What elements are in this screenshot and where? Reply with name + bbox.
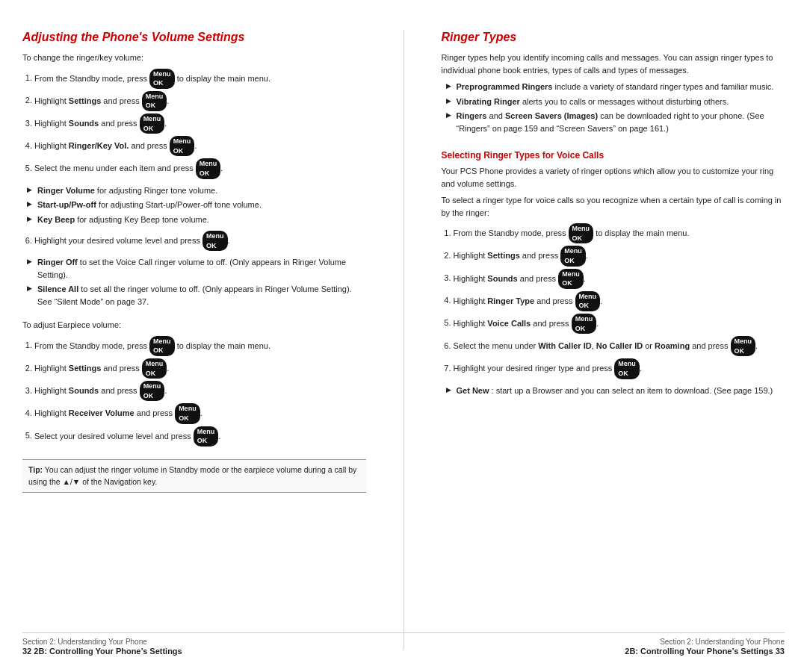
list-item: From the Standby mode, press MenuOK to d… <box>34 69 366 89</box>
footer-left-section: Section 2: Understanding Your Phone <box>22 638 182 646</box>
list-item: Ringers and Screen Savers (Images) can b… <box>446 110 785 134</box>
list-item: Highlight Settings and press MenuOK. <box>34 358 366 379</box>
column-divider <box>404 30 404 650</box>
tip-box: Tip: You can adjust the ringer volume in… <box>22 459 366 494</box>
right-bullets: Preprogrammed Ringers include a variety … <box>446 81 785 137</box>
list-item: Key Beep for adjusting Key Beep tone vol… <box>27 214 366 226</box>
menu-btn: MenuOK <box>560 246 586 266</box>
left-steps1: From the Standby mode, press MenuOK to d… <box>34 69 366 181</box>
footer-left-page: 32 2B: Controlling Your Phone’s Settings <box>22 647 182 656</box>
menu-btn: MenuOK <box>572 314 597 334</box>
right-steps: From the Standby mode, press MenuOK to d… <box>454 223 785 381</box>
list-item: Highlight your desired ringer type and p… <box>454 358 785 379</box>
left-intro: To change the ringer/key volume: <box>22 52 366 64</box>
right-column: Ringer Types Ringer types help you ident… <box>442 30 785 650</box>
sub-intro1: Your PCS Phone provides a variety of rin… <box>442 165 785 190</box>
list-item: Highlight Ringer Type and press MenuOK. <box>454 291 785 311</box>
page: Adjusting the Phone's Volume Settings To… <box>0 0 807 672</box>
footer-right-page: 2B: Controlling Your Phone’s Settings 33 <box>625 647 785 656</box>
earpiece-intro: To adjust Earpiece volume: <box>22 319 366 332</box>
list-item: Select the menu under With Caller ID, No… <box>454 336 785 356</box>
menu-btn: MenuOK <box>614 358 640 379</box>
list-item: Get New : start up a Browser and you can… <box>446 385 785 397</box>
menu-btn: MenuOK <box>202 231 228 251</box>
menu-btn: MenuOK <box>149 336 175 356</box>
list-item: From the Standby mode, press MenuOK to d… <box>34 336 366 356</box>
left-column: Adjusting the Phone's Volume Settings To… <box>22 30 366 650</box>
menu-btn: MenuOK <box>140 113 165 134</box>
list-item: Silence All to set all the ringer volume… <box>27 283 366 308</box>
list-item: Ringer Off to set the Voice Call ringer … <box>27 256 366 281</box>
list-item: Vibrating Ringer alerts you to calls or … <box>446 96 785 108</box>
menu-btn: MenuOK <box>142 91 167 111</box>
right-bullets2: Get New : start up a Browser and you can… <box>446 385 785 399</box>
list-item: Highlight Settings and press MenuOK. <box>454 246 785 266</box>
menu-btn: MenuOK <box>569 223 594 243</box>
list-item: From the Standby mode, press MenuOK to d… <box>454 223 785 243</box>
list-item: Highlight Sounds and press MenuOK. <box>34 113 366 134</box>
left-bullets1: Ringer Volume for adjusting Ringer tone … <box>27 184 366 228</box>
menu-btn: MenuOK <box>149 69 175 89</box>
menu-btn: MenuOK <box>731 336 756 356</box>
list-item: Highlight Voice Calls and press MenuOK. <box>454 314 785 334</box>
left-steps2: From the Standby mode, press MenuOK to d… <box>34 336 366 449</box>
menu-btn: MenuOK <box>170 136 195 156</box>
menu-btn: MenuOK <box>194 426 219 447</box>
subsection-title: Selecting Ringer Types for Voice Calls <box>442 150 785 161</box>
list-item: Highlight your desired volume level and … <box>34 231 366 251</box>
list-item: Highlight Receiver Volume and press Menu… <box>34 403 366 423</box>
list-item: Preprogrammed Ringers include a variety … <box>446 81 785 93</box>
left-step6: Highlight your desired volume level and … <box>34 231 366 253</box>
list-item: Highlight Sounds and press MenuOK. <box>34 381 366 401</box>
menu-btn: MenuOK <box>575 291 601 311</box>
footer-right: Section 2: Understanding Your Phone 2B: … <box>625 638 785 656</box>
list-item: Select your desired volume level and pre… <box>34 426 366 447</box>
footer-right-section: Section 2: Understanding Your Phone <box>625 638 785 646</box>
footer-left: Section 2: Understanding Your Phone 32 2… <box>22 638 182 656</box>
list-item: Select the menu under each item and pres… <box>34 158 366 178</box>
menu-btn: MenuOK <box>175 403 200 423</box>
menu-btn: MenuOK <box>558 269 584 289</box>
right-intro: Ringer types help you identify incoming … <box>442 52 785 76</box>
list-item: Highlight Ringer/Key Vol. and press Menu… <box>34 136 366 156</box>
footer: Section 2: Understanding Your Phone 32 2… <box>22 632 785 656</box>
menu-btn: MenuOK <box>142 358 167 379</box>
list-item: Highlight Sounds and press MenuOK. <box>454 269 785 289</box>
left-bullets2: Ringer Off to set the Voice Call ringer … <box>27 256 366 310</box>
sub-intro2: To select a ringer type for voice calls … <box>442 194 785 219</box>
menu-btn: MenuOK <box>196 158 221 178</box>
right-title: Ringer Types <box>442 30 785 44</box>
list-item: Highlight Settings and press MenuOK. <box>34 91 366 111</box>
left-title: Adjusting the Phone's Volume Settings <box>22 30 366 44</box>
list-item: Ringer Volume for adjusting Ringer tone … <box>27 184 366 197</box>
menu-btn: MenuOK <box>140 381 165 401</box>
list-item: Start-up/Pw-off for adjusting Start-up/P… <box>27 199 366 211</box>
